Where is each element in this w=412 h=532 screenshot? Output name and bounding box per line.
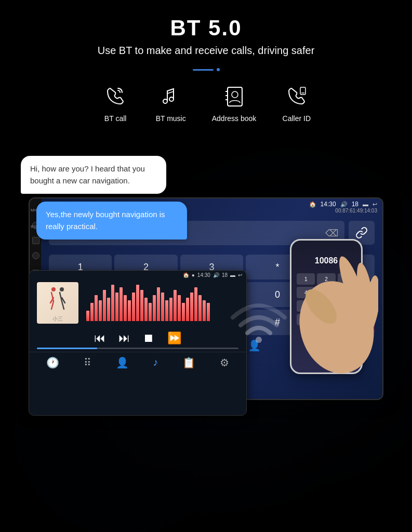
viz-bar	[174, 290, 177, 321]
music-time: 14:30	[197, 272, 210, 278]
music-progress	[29, 348, 246, 349]
svg-point-10	[60, 287, 64, 291]
viz-bar	[144, 298, 148, 321]
music-content: 小三	[29, 280, 246, 326]
viz-bar	[124, 295, 127, 321]
music-bottom-nav: 🕐 ⠿ 👤 ♪ 📋 ⚙	[29, 352, 246, 373]
music-vol-icon: 🔊	[213, 272, 219, 278]
viz-bar	[107, 298, 110, 321]
music-vol: 18	[222, 272, 228, 278]
viz-bar	[190, 292, 193, 321]
viz-bar	[140, 290, 143, 321]
viz-bar	[115, 292, 118, 321]
hand-svg	[233, 182, 378, 379]
music-nav-music[interactable]: ♪	[153, 356, 158, 369]
album-art: 小三	[37, 282, 78, 324]
viz-bar	[203, 300, 206, 321]
viz-bar	[86, 311, 89, 321]
next-button[interactable]: ⏩	[167, 331, 181, 345]
chat-area: Hi, how are you? I heard that you bought…	[21, 156, 187, 240]
viz-bar	[178, 295, 181, 321]
stop-button[interactable]: ⏹	[143, 331, 154, 345]
viz-bar	[182, 303, 185, 321]
viz-bar	[111, 285, 114, 321]
viz-bar	[169, 298, 172, 321]
music-home-icon: 🏠	[183, 272, 189, 278]
received-message: Hi, how are you? I heard that you bought…	[21, 156, 166, 194]
album-title: 小三	[52, 315, 63, 323]
viz-bar	[103, 290, 106, 321]
viz-bar	[132, 292, 135, 321]
back-button[interactable]	[32, 252, 39, 259]
viz-bar	[90, 303, 94, 321]
viz-bar	[207, 303, 210, 321]
viz-bar	[119, 287, 123, 321]
viz-bar	[149, 303, 152, 321]
music-player: 🏠 ● 14:30 🔊 18 ▬ ↩	[29, 270, 247, 416]
progress-bar	[37, 348, 238, 349]
viz-bar	[165, 300, 168, 321]
music-nav-settings[interactable]: ⚙	[220, 356, 229, 369]
prev-button[interactable]: ⏮	[94, 331, 105, 345]
next-prev-button[interactable]: ⏭	[118, 331, 130, 345]
music-status-bar: 🏠 ● 14:30 🔊 18 ▬ ↩	[29, 271, 246, 280]
viz-bar	[161, 292, 164, 321]
viz-bar	[157, 287, 160, 321]
music-nav-book[interactable]: 📋	[182, 356, 195, 369]
viz-bar	[136, 285, 139, 321]
music-nav-keypad[interactable]: ⠿	[84, 356, 91, 369]
music-controls: ⏮ ⏭ ⏹ ⏩	[29, 326, 246, 348]
viz-bar	[95, 295, 98, 321]
viz-bar	[194, 287, 197, 321]
sent-message: Yes,the newly bought navigation is reall…	[36, 202, 187, 240]
hand-holding-phone	[233, 182, 389, 390]
progress-fill	[37, 348, 97, 349]
svg-point-9	[51, 287, 56, 291]
viz-bar	[198, 295, 202, 321]
music-nav-contacts[interactable]: 👤	[116, 356, 129, 369]
viz-bar	[186, 298, 189, 321]
viz-bar	[99, 300, 102, 321]
music-nav-recent[interactable]: 🕐	[46, 356, 59, 369]
album-art-image	[42, 283, 73, 314]
music-visualizer	[86, 285, 238, 321]
music-dot: ●	[192, 272, 195, 278]
viz-bar	[153, 295, 156, 321]
viz-bar	[128, 300, 131, 321]
